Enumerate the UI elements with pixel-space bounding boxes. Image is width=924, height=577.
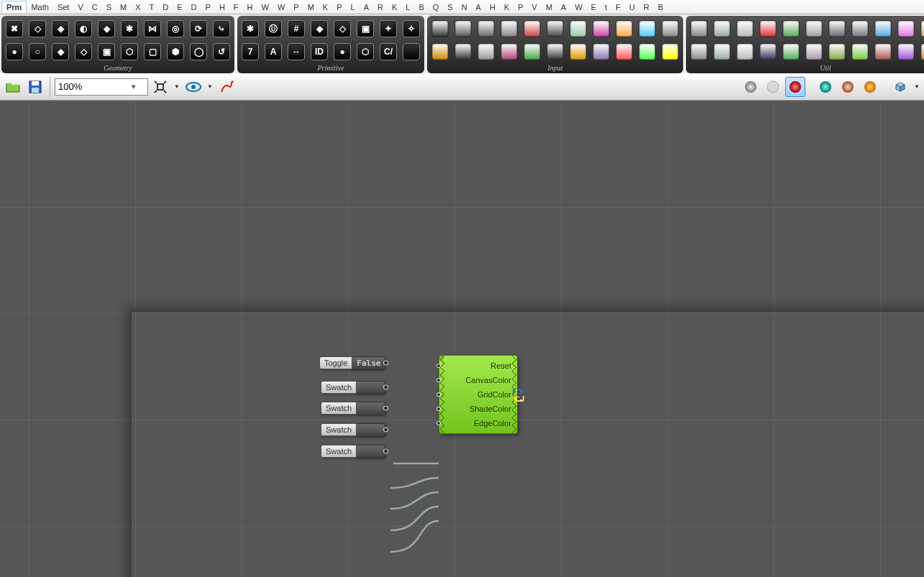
menu-item[interactable]: T <box>145 1 159 13</box>
menu-item[interactable]: F <box>611 1 625 13</box>
ribbon-tool-icon[interactable]: ⟳ <box>188 18 209 40</box>
menu-item[interactable]: M <box>303 1 319 13</box>
ribbon-tool-icon[interactable] <box>429 18 451 40</box>
menu-item[interactable]: H <box>243 1 257 13</box>
zoom-input[interactable] <box>55 81 127 92</box>
preview-mesh-green-button[interactable] <box>838 77 858 97</box>
ribbon-tool-icon[interactable] <box>590 18 612 40</box>
ribbon-tool-icon[interactable]: ✧ <box>401 18 422 40</box>
toggle-component[interactable]: ToggleFalse <box>319 356 385 370</box>
ribbon-tool-icon[interactable] <box>918 41 924 63</box>
ribbon-tool-icon[interactable] <box>849 41 871 63</box>
open-button[interactable] <box>3 77 23 97</box>
swatch-component[interactable]: Swatch <box>321 444 385 458</box>
menu-item[interactable]: B <box>654 1 667 13</box>
ribbon-tool-icon[interactable]: ◆ <box>50 41 71 63</box>
menu-item[interactable]: D <box>187 1 201 13</box>
save-button[interactable] <box>25 77 45 97</box>
ribbon-tool-icon[interactable]: ● <box>4 41 25 63</box>
menu-item[interactable]: R <box>639 1 654 13</box>
ribbon-tool-icon[interactable]: ✱ <box>119 18 140 40</box>
shade-ghost-button[interactable] <box>763 77 783 97</box>
ribbon-tool-icon[interactable]: ◈ <box>50 18 71 40</box>
zoom-combo[interactable]: ▾ <box>55 78 148 96</box>
ribbon-tool-icon[interactable] <box>498 41 520 63</box>
preview-mesh-yellow-button[interactable] <box>860 77 880 97</box>
ribbon-tool-icon[interactable] <box>636 18 658 40</box>
ribbon-tool-icon[interactable] <box>429 41 451 63</box>
ribbon-tool-icon[interactable]: 7 <box>239 41 261 63</box>
ribbon-tool-icon[interactable]: ▢ <box>142 41 163 63</box>
ribbon-tool-icon[interactable] <box>521 41 543 63</box>
menu-item[interactable]: L <box>401 1 414 13</box>
python-input-shadecolor[interactable]: ShadeColor <box>439 402 517 416</box>
preview-button[interactable] <box>183 77 203 97</box>
ribbon-tool-icon[interactable] <box>613 18 635 40</box>
ribbon-tool-icon[interactable] <box>544 41 566 63</box>
ribbon-tool-icon[interactable] <box>567 18 589 40</box>
menu-item[interactable]: K <box>388 1 401 13</box>
component-value-grip[interactable] <box>357 381 385 394</box>
menu-item[interactable]: D <box>158 1 173 13</box>
menu-item[interactable]: R <box>373 1 388 13</box>
menu-item[interactable]: M <box>116 1 131 13</box>
shade-red-button[interactable] <box>785 77 805 97</box>
ribbon-tool-icon[interactable] <box>659 18 681 40</box>
menu-item[interactable]: N <box>457 1 472 13</box>
ribbon-tool-icon[interactable]: ✖ <box>4 18 25 40</box>
ribbon-tool-icon[interactable]: ✦ <box>378 18 399 40</box>
ribbon-tool-icon[interactable]: ◇ <box>73 41 94 63</box>
ribbon-tool-icon[interactable] <box>567 41 589 63</box>
menu-item[interactable]: S <box>102 1 116 13</box>
ribbon-tool-icon[interactable]: ◆ <box>96 18 117 40</box>
shade-grey-button[interactable] <box>741 77 761 97</box>
ribbon-tool-icon[interactable] <box>803 41 825 63</box>
ribbon-tool-icon[interactable]: ◆ <box>308 18 330 40</box>
component-value-grip[interactable] <box>357 445 385 458</box>
ribbon-tool-icon[interactable] <box>636 41 658 63</box>
python-input-gridcolor[interactable]: GridColor <box>439 387 517 402</box>
menu-item[interactable]: P <box>332 1 346 13</box>
menu-item[interactable]: W <box>257 1 273 13</box>
menu-item[interactable]: K <box>319 1 332 13</box>
menu-item[interactable]: H <box>485 1 500 13</box>
zoom-extents-button[interactable] <box>150 77 170 97</box>
ribbon-tool-icon[interactable] <box>757 41 779 63</box>
ribbon-tool-icon[interactable] <box>498 18 520 40</box>
ribbon-tool-icon[interactable]: ○ <box>27 41 48 63</box>
menu-item[interactable]: Set <box>53 1 74 13</box>
ribbon-tool-icon[interactable] <box>452 41 474 63</box>
ribbon-tool-icon[interactable] <box>590 41 612 63</box>
ribbon-tool-icon[interactable] <box>521 18 543 40</box>
menu-item[interactable]: P <box>289 1 303 13</box>
ribbon-tool-icon[interactable]: ⋈ <box>142 18 163 40</box>
menu-item[interactable]: X <box>131 1 145 13</box>
ribbon-tool-icon[interactable] <box>780 41 802 63</box>
menu-item[interactable]: H <box>215 1 229 13</box>
menu-item[interactable]: V <box>73 1 87 13</box>
menu-item[interactable]: A <box>360 1 373 13</box>
ribbon-tool-icon[interactable]: C/ <box>378 41 399 63</box>
ribbon-tool-icon[interactable] <box>475 41 497 63</box>
ribbon-tool-icon[interactable]: ◇ <box>27 18 48 40</box>
menu-item[interactable]: P <box>201 1 215 13</box>
ribbon-tool-icon[interactable] <box>872 18 894 40</box>
ribbon-tool-icon[interactable] <box>734 41 756 63</box>
swatch-component[interactable]: Swatch <box>321 423 385 437</box>
component-value-grip[interactable] <box>357 402 385 415</box>
ribbon-tool-icon[interactable] <box>918 18 924 40</box>
menu-item[interactable]: Prm <box>1 1 27 13</box>
menu-item[interactable]: t <box>600 1 611 13</box>
ribbon-tool-icon[interactable]: ↔ <box>285 41 307 63</box>
menu-item[interactable]: C <box>88 1 102 13</box>
editor-canvas[interactable]: ToggleFalseSwatchSwatchSwatchSwatch Rese… <box>0 101 924 577</box>
python-input-reset[interactable]: Reset <box>439 359 517 373</box>
ribbon-tool-icon[interactable] <box>688 18 710 40</box>
ribbon-tool-icon[interactable] <box>895 18 917 40</box>
preview-cube-button[interactable] <box>890 77 910 97</box>
ribbon-tool-icon[interactable] <box>803 18 825 40</box>
ribbon-tool-icon[interactable] <box>895 41 917 63</box>
ribbon-tool-icon[interactable] <box>826 18 848 40</box>
menu-item[interactable]: S <box>443 1 457 13</box>
zoom-dropdown[interactable]: ▾ <box>127 82 140 91</box>
